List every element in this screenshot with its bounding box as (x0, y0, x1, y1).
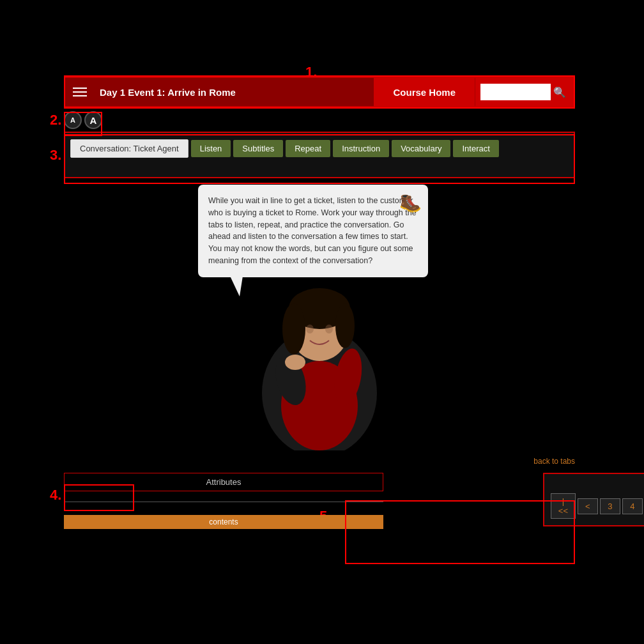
tabs-container: Conversation: Ticket Agent Listen Subtit… (64, 132, 575, 178)
tab-listen[interactable]: Listen (191, 140, 231, 157)
search-input[interactable] (480, 84, 551, 100)
header-bar: Day 1 Event 1: Arrive in Rome Course Hom… (64, 77, 575, 107)
tab-conversation[interactable]: Conversation: Ticket Agent (70, 139, 188, 158)
font-large-button[interactable]: A (84, 111, 102, 129)
main-container: Day 1 Event 1: Arrive in Rome Course Hom… (64, 77, 575, 453)
back-to-tabs-link[interactable]: back to tabs (533, 457, 575, 466)
svg-point-11 (285, 355, 305, 370)
tabs-row: Conversation: Ticket Agent Listen Subtit… (70, 139, 569, 158)
course-home-button[interactable]: Course Home (374, 78, 475, 106)
search-area: 🔍 (475, 78, 574, 106)
font-small-button[interactable]: A (64, 111, 82, 129)
page-button-3[interactable]: 3 (600, 498, 620, 514)
attributes-button[interactable]: Attributes (64, 473, 383, 491)
tab-repeat[interactable]: Repeat (286, 140, 330, 157)
annotation-4: 4. (50, 487, 61, 503)
content-area: While you wait in line to get a ticket, … (64, 178, 575, 453)
person-figure (236, 252, 402, 453)
contents-button[interactable]: contents (64, 515, 383, 529)
tab-vocabulary[interactable]: Vocabulary (392, 140, 450, 157)
pagination-row: |<<<34567>>>| (551, 493, 644, 519)
search-icon-button[interactable]: 🔍 (551, 86, 569, 98)
tab-instruction[interactable]: Instruction (333, 140, 389, 157)
tab-subtitles[interactable]: Subtitles (233, 140, 283, 157)
annotation-3: 3. (50, 147, 61, 164)
bottom-section: Attributes contents |<<<34567>>>| (64, 473, 575, 529)
italy-icon: 🥾 (399, 190, 422, 217)
tab-interact[interactable]: Interact (453, 140, 498, 157)
attributes-area: Attributes contents (64, 473, 383, 529)
page-button-pipeprev<[interactable]: |<< (551, 493, 576, 519)
svg-point-5 (282, 303, 305, 355)
font-size-area: A A (64, 111, 575, 129)
page-title: Day 1 Event 1: Arrive in Rome (95, 87, 374, 98)
svg-point-8 (325, 325, 333, 334)
header-right: Course Home 🔍 (374, 78, 574, 106)
svg-point-7 (306, 325, 314, 334)
page-button-prev[interactable]: < (578, 498, 598, 514)
hamburger-button[interactable] (65, 88, 95, 96)
pagination-area: |<<<34567>>>| (543, 473, 644, 526)
annotation-2: 2. (50, 112, 61, 128)
page-button-4[interactable]: 4 (622, 498, 643, 514)
svg-point-6 (335, 303, 355, 348)
